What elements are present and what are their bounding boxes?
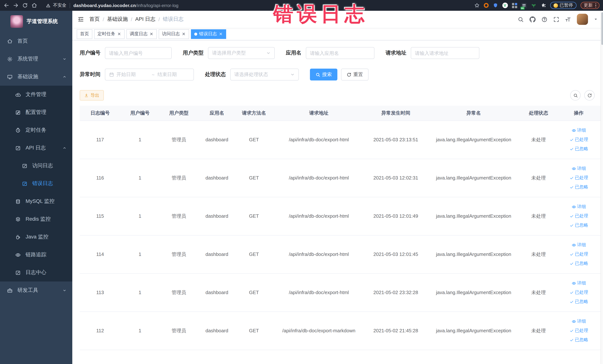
detail-action[interactable]: 详细 [571, 318, 586, 325]
ignored-action[interactable]: 已忽略 [569, 299, 588, 305]
bookmark-star-icon[interactable] [474, 3, 480, 8]
sidebar-item-3[interactable]: 文件管理 [0, 86, 72, 104]
error-log-table: 日志编号用户编号用户类型应用名请求方法名请求地址异常发生时间异常名处理状态操作 … [80, 106, 601, 350]
github-icon[interactable] [529, 16, 536, 23]
processed-action-label: 已处理 [575, 251, 588, 257]
font-size-icon[interactable] [565, 16, 571, 23]
security-label[interactable]: 不安全 [53, 2, 66, 9]
extension-v-icon[interactable]: V [502, 3, 508, 8]
sidebar-item-11[interactable]: Java 监控 [0, 228, 72, 246]
ignored-action[interactable]: 已忽略 [569, 222, 588, 228]
scrollbar-thumb[interactable] [601, 12, 603, 45]
tab-1[interactable]: 定时任务 [94, 29, 125, 39]
filter-row-1: 用户编号 用户类型 请选择用户类型 应用名 [80, 47, 598, 59]
ignored-action[interactable]: 已忽略 [569, 260, 588, 267]
breadcrumb-item-2[interactable]: API 日志 [135, 16, 156, 23]
refresh-button[interactable] [584, 90, 595, 101]
export-button[interactable]: 导出 [80, 90, 104, 101]
update-label: 更新 [584, 2, 593, 9]
search-button-label: 搜索 [322, 71, 332, 78]
page-scrollbar[interactable] [601, 11, 603, 364]
export-button-label: 导出 [91, 92, 99, 98]
table-cell: 113 [80, 273, 120, 312]
processed-action[interactable]: 已处理 [569, 251, 588, 257]
browser-home-icon[interactable] [32, 3, 37, 8]
breadcrumb-item-0[interactable]: 首页 [89, 16, 100, 23]
sidebar-item-7[interactable]: 访问日志 [0, 157, 72, 175]
search-icon[interactable] [518, 16, 524, 23]
sidebar-item-8[interactable]: 错误日志 [0, 175, 72, 192]
reset-button[interactable]: 重置 [341, 69, 369, 81]
breadcrumb-item-1[interactable]: 基础设施 [107, 16, 128, 23]
user-avatar[interactable] [577, 14, 588, 25]
url-domain: dashboard.yudao.iocoder.cn [73, 3, 136, 8]
browser-update-badge[interactable]: 更新 [580, 2, 600, 9]
sidebar-item-12[interactable]: 链路追踪 [0, 246, 72, 264]
timer-icon [15, 127, 21, 133]
table-body: 1171管理员dashboardGET/api/infra/db-doc/exp… [80, 120, 601, 350]
sidebar-item-9[interactable]: MySQL 监控 [0, 192, 72, 210]
tab-4[interactable]: 错误日志 [191, 29, 226, 39]
fullscreen-icon[interactable] [553, 16, 559, 23]
tab-3[interactable]: 访问日志 [159, 29, 189, 39]
detail-action[interactable]: 详细 [571, 165, 586, 172]
app-name-input[interactable] [310, 50, 370, 56]
detail-action[interactable]: 详细 [571, 127, 586, 133]
extension-shield-icon[interactable] [493, 3, 498, 8]
ignored-action[interactable]: 已忽略 [569, 337, 588, 343]
sidebar-item-1[interactable]: 系统管理 [0, 50, 72, 68]
table-row: 1121管理员dashboardGET/api/infra/db-doc/exp… [80, 312, 601, 350]
request-url-input[interactable] [415, 50, 475, 56]
sidebar-fold-icon[interactable] [78, 16, 84, 23]
ignored-action[interactable]: 已忽略 [569, 146, 588, 152]
caret-down-icon[interactable] [593, 17, 598, 22]
address-divider [70, 3, 70, 8]
table-cell: GET [235, 273, 272, 312]
tab-2[interactable]: 调度日志 [127, 29, 157, 39]
sidebar-item-14[interactable]: 研发工具 [0, 282, 72, 299]
browser-reload-icon[interactable] [22, 3, 28, 8]
tab-0[interactable]: 首页 [77, 29, 92, 39]
browser-back-icon[interactable] [4, 3, 9, 8]
processed-action[interactable]: 已处理 [569, 213, 588, 219]
detail-action[interactable]: 详细 [571, 204, 586, 210]
api-log-icon [15, 145, 21, 151]
processed-action[interactable]: 已处理 [569, 328, 588, 334]
status-select[interactable]: 请选择处理状态 [230, 69, 299, 81]
processed-action[interactable]: 已处理 [569, 137, 588, 143]
profile-paused-badge[interactable]: 已暂停 [550, 2, 576, 9]
processed-action[interactable]: 已处理 [569, 175, 588, 181]
address-bar[interactable]: 不安全 dashboard.yudao.iocoder.cn/infra/log… [41, 2, 470, 9]
user-id-input[interactable] [109, 50, 168, 56]
detail-action-label: 详细 [577, 242, 586, 248]
browser-forward-icon[interactable] [13, 3, 19, 8]
sidebar: 芋道管理系统 首页系统管理基础设施文件管理配置管理定时任务API 日志访问日志错… [0, 11, 72, 364]
user-type-placeholder: 请选择用户类型 [212, 50, 266, 56]
browser-menu-dots-icon[interactable] [595, 3, 596, 8]
extension-on-icon[interactable]: on [521, 3, 527, 8]
detail-action[interactable]: 详细 [571, 280, 586, 286]
user-type-select[interactable]: 请选择用户类型 [208, 47, 275, 59]
table-cell: 管理员 [159, 235, 198, 273]
help-icon[interactable] [541, 16, 548, 23]
ignored-action[interactable]: 已忽略 [569, 184, 588, 190]
extension-ring-icon[interactable] [484, 3, 488, 8]
sidebar-item-6[interactable]: API 日志 [0, 139, 72, 157]
detail-action[interactable]: 详细 [571, 242, 586, 248]
url-text[interactable]: dashboard.yudao.iocoder.cn/infra/log/api… [73, 3, 178, 8]
processed-action[interactable]: 已处理 [569, 289, 588, 295]
sidebar-item-2[interactable]: 基础设施 [0, 68, 72, 86]
detail-action-label: 详细 [577, 127, 586, 133]
extension-sprout-icon[interactable] [531, 3, 536, 8]
sidebar-item-10[interactable]: Redis 监控 [0, 210, 72, 228]
search-button[interactable]: 搜索 [310, 69, 337, 81]
sidebar-logo[interactable]: 芋道管理系统 [0, 11, 72, 32]
sidebar-item-5[interactable]: 定时任务 [0, 121, 72, 139]
sidebar-item-0[interactable]: 首页 [0, 32, 72, 50]
date-range-picker[interactable]: 开始日期 ~ 结束日期 [105, 69, 194, 81]
extensions-puzzle-icon[interactable] [540, 3, 546, 8]
search-toggle-button[interactable] [570, 90, 580, 101]
extension-grid-icon[interactable] [512, 3, 517, 8]
sidebar-item-13[interactable]: 日志中心 [0, 264, 72, 282]
sidebar-item-4[interactable]: 配置管理 [0, 104, 72, 121]
